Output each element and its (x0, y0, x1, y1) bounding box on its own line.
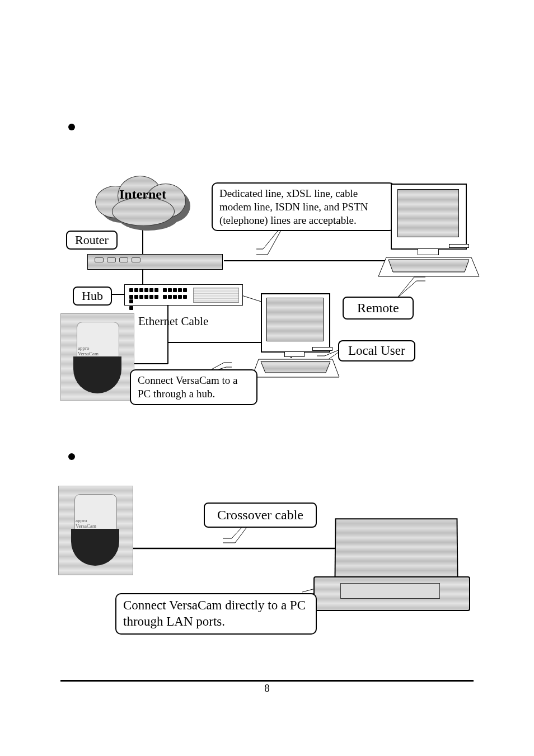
camera-icon: approVersaCam (58, 486, 133, 575)
connect-direct-callout: Connect VersaCam directly to a PC throug… (115, 593, 317, 635)
page-rule (60, 680, 474, 682)
crossover-label: Crossover cable (204, 503, 317, 528)
laptop-icon (313, 518, 468, 619)
page: Internet Dedicated line, xDSL line, cabl… (0, 0, 534, 756)
page-number: 8 (0, 683, 534, 694)
